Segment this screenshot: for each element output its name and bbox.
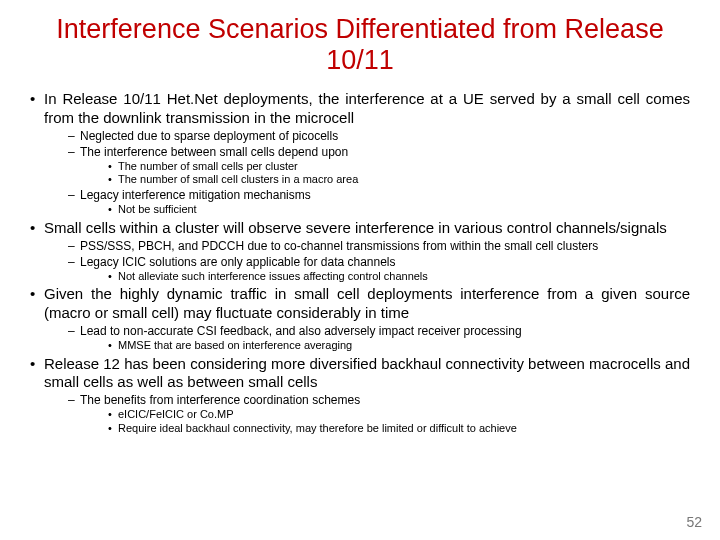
bullet-1-sub-3a: Not be sufficient xyxy=(100,203,690,217)
slide: Interference Scenarios Differentiated fr… xyxy=(0,0,720,540)
bullet-4-sub-1: The benefits from interference coordinat… xyxy=(68,393,690,436)
bullet-1: In Release 10/11 Het.Net deployments, th… xyxy=(30,90,690,217)
bullet-2: Small cells within a cluster will observ… xyxy=(30,219,690,284)
bullet-4-sub-1-text: The benefits from interference coordinat… xyxy=(80,393,360,407)
bullet-1-sub-2: The interference between small cells dep… xyxy=(68,145,690,188)
bullet-1-sub-3: Legacy interference mitigation mechanism… xyxy=(68,188,690,217)
bullet-3-sub-1: Lead to non-accurate CSI feedback, and a… xyxy=(68,324,690,353)
bullet-1-text: In Release 10/11 Het.Net deployments, th… xyxy=(44,90,690,126)
bullet-4: Release 12 has been considering more div… xyxy=(30,355,690,436)
bullet-2-sub-1: PSS/SSS, PBCH, and PDCCH due to co-chann… xyxy=(68,239,690,254)
bullet-3: Given the highly dynamic traffic in smal… xyxy=(30,285,690,352)
slide-title: Interference Scenarios Differentiated fr… xyxy=(30,14,690,76)
bullet-3-sub-1-text: Lead to non-accurate CSI feedback, and a… xyxy=(80,324,522,338)
bullet-1-sub-3-text: Legacy interference mitigation mechanism… xyxy=(80,188,311,202)
bullet-1-sub-2-text: The interference between small cells dep… xyxy=(80,145,348,159)
bullet-4-text: Release 12 has been considering more div… xyxy=(44,355,690,391)
bullet-2-sub-2-text: Legacy ICIC solutions are only applicabl… xyxy=(80,255,396,269)
bullet-1-sub-1: Neglected due to sparse deployment of pi… xyxy=(68,129,690,144)
bullet-4-sub-1b: Require ideal backhaul connectivity, may… xyxy=(100,422,690,436)
bullet-2-text: Small cells within a cluster will observ… xyxy=(44,219,667,236)
bullet-1-sub-2b: The number of small cell clusters in a m… xyxy=(100,173,690,187)
bullet-4-sub-1a: eICIC/FeICIC or Co.MP xyxy=(100,408,690,422)
bullet-list: In Release 10/11 Het.Net deployments, th… xyxy=(30,90,690,436)
bullet-1-sub-2a: The number of small cells per cluster xyxy=(100,160,690,174)
bullet-2-sub-2a: Not alleviate such interference issues a… xyxy=(100,270,690,284)
bullet-2-sub-2: Legacy ICIC solutions are only applicabl… xyxy=(68,255,690,284)
bullet-3-text: Given the highly dynamic traffic in smal… xyxy=(44,285,690,321)
page-number: 52 xyxy=(686,514,702,530)
bullet-3-sub-1a: MMSE that are based on interference aver… xyxy=(100,339,690,353)
